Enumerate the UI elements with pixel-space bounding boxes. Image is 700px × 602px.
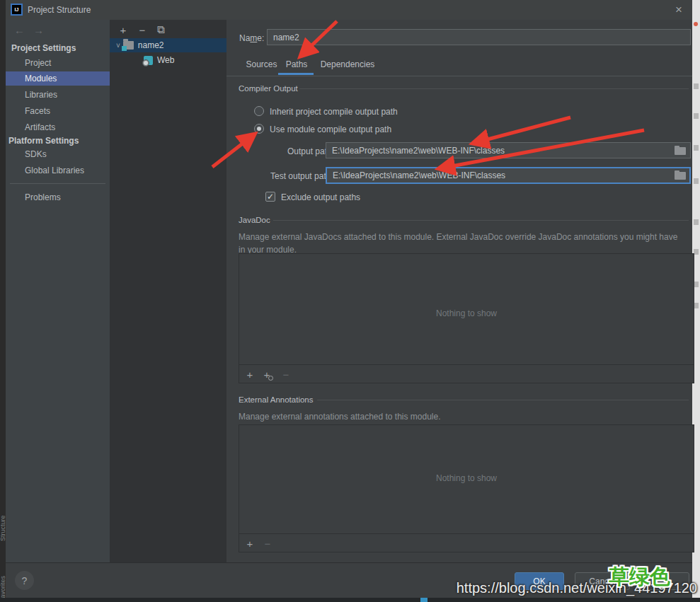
ok-button[interactable]: OK [515, 572, 564, 590]
javadoc-add-icon[interactable]: + [243, 367, 257, 381]
remove-module-icon[interactable]: − [135, 23, 149, 37]
window-title: Project Structure [28, 5, 91, 15]
tree-row-label: Web [157, 55, 174, 65]
tab-sources[interactable]: Sources [245, 57, 278, 75]
globe-icon [268, 376, 273, 381]
tree-row-name2[interactable]: ˅ name2 [110, 38, 226, 52]
compiler-output-header: Compiler Output [239, 84, 298, 93]
external-annotations-toolbar: + − [239, 534, 694, 552]
bottom-blue-icon [420, 598, 428, 602]
sidebar-item-artifacts[interactable]: Artifacts [6, 120, 110, 134]
external-annotations-description: Manage external annotations attached to … [239, 410, 686, 423]
copy-module-icon[interactable]: ⧉ [154, 23, 168, 37]
test-output-path-label: Test output path: [270, 171, 333, 181]
tree-row-label: name2 [138, 40, 164, 50]
module-tree-panel: + − ⧉ ˅ name2 Web [110, 20, 226, 562]
javadoc-add-url-icon[interactable]: + [260, 367, 274, 381]
sidebar-item-project[interactable]: Project [6, 56, 110, 70]
output-path-input[interactable]: E:\IdeaProjects\name2\web\WEB-INF\classe… [326, 142, 691, 158]
module-name-input[interactable]: name2 [267, 29, 691, 45]
close-icon[interactable]: × [671, 2, 687, 18]
cancel-button[interactable]: Cancel [575, 572, 630, 590]
exclude-output-paths-label[interactable]: Exclude output paths [281, 192, 360, 202]
tabs-divider [226, 76, 692, 76]
chevron-down-icon[interactable]: ˅ [116, 42, 120, 50]
intellij-logo-icon: IJ [11, 4, 23, 16]
use-module-output-radio[interactable] [254, 124, 264, 134]
section-line [299, 88, 689, 89]
external-annotations-header: External Annotations [239, 395, 314, 404]
javadoc-remove-icon[interactable]: − [279, 367, 293, 381]
ide-bottom-strip [0, 598, 700, 602]
sidebar-item-global-libraries[interactable]: Global Libraries [6, 163, 110, 178]
add-module-icon[interactable]: + [116, 23, 130, 37]
javadoc-header: JavaDoc [239, 216, 270, 224]
tab-dependencies[interactable]: Dependencies [317, 57, 378, 75]
sidebar-item-modules[interactable]: Modules [6, 71, 110, 86]
sidebar-item-facets[interactable]: Facets [6, 104, 110, 118]
web-facet-icon [144, 56, 153, 65]
external-annotations-empty-text: Nothing to show [239, 473, 694, 483]
edge-red-dot [694, 22, 698, 26]
external-annotations-list[interactable]: Nothing to show [239, 424, 694, 534]
inherit-output-radio-label[interactable]: Inherit project compile output path [270, 107, 398, 117]
sidebar-item-libraries[interactable]: Libraries [6, 88, 110, 102]
javadoc-list[interactable]: Nothing to show [239, 253, 694, 365]
tree-row-web[interactable]: Web [110, 53, 226, 67]
use-module-output-radio-label[interactable]: Use module compile output path [270, 125, 391, 134]
settings-sidebar: ← → Project Settings Project Modules Lib… [6, 20, 110, 562]
annotations-add-icon[interactable]: + [243, 536, 257, 550]
name-field-label: Name: [239, 33, 264, 43]
ide-left-toolwindow-stripe: Structure Favorites [0, 0, 6, 602]
back-arrow-icon[interactable]: ← [14, 24, 25, 36]
module-settings-panel: Name: name2 Sources Paths Dependencies C… [226, 20, 692, 562]
dialog-titlebar: IJ Project Structure × [6, 0, 692, 20]
javadoc-description: Manage external JavaDocs attached to thi… [239, 231, 686, 256]
check-icon: ✓ [267, 192, 274, 202]
sidebar-item-sdks[interactable]: SDKs [6, 147, 110, 161]
module-folder-icon [123, 41, 134, 50]
platform-settings-header: Platform Settings [8, 136, 79, 146]
apply-button-obscured[interactable] [638, 572, 689, 590]
javadoc-empty-text: Nothing to show [239, 308, 694, 318]
exclude-output-paths-checkbox[interactable]: ✓ [265, 192, 275, 202]
forward-arrow-icon[interactable]: → [33, 24, 44, 36]
output-path-browse-folder-icon[interactable] [675, 146, 686, 155]
sidebar-item-problems[interactable]: Problems [6, 190, 110, 204]
project-structure-dialog: IJ Project Structure × ← → Project Setti… [6, 0, 692, 598]
section-line [317, 400, 689, 400]
annotations-remove-icon[interactable]: − [260, 536, 275, 550]
help-button[interactable]: ? [15, 571, 34, 590]
javadoc-toolbar: + + − [239, 365, 694, 383]
test-output-path-browse-folder-icon[interactable] [675, 170, 686, 180]
dialog-footer: ? OK Cancel [6, 562, 692, 598]
project-settings-header: Project Settings [11, 43, 76, 53]
inherit-output-radio[interactable] [254, 106, 264, 116]
section-line [273, 220, 689, 221]
sidebar-divider [10, 183, 105, 184]
active-tab-underline [278, 73, 314, 75]
test-output-path-input[interactable]: E:\IdeaProjects\name2\web\WEB-INF\classe… [326, 167, 691, 184]
